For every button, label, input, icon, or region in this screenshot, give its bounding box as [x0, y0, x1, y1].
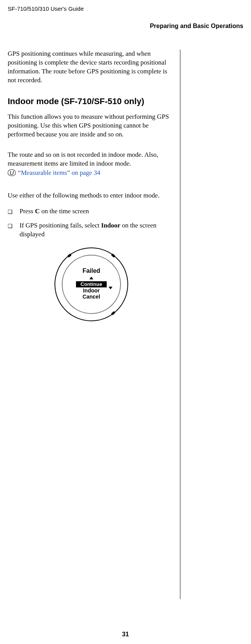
- xref-link[interactable]: “Measurable items” on page 34: [18, 169, 100, 178]
- xref-icon: U: [8, 169, 16, 176]
- list1-pre: Press: [20, 207, 35, 215]
- doc-section-title: Preparing and Basic Operations: [8, 23, 243, 30]
- screen-title: Failed: [82, 267, 100, 274]
- screen-option-continue: Continue: [80, 281, 102, 287]
- device-illustration: Failed Continue Indoor Cancel: [53, 246, 130, 323]
- bullet-icon: ❏: [8, 208, 13, 216]
- list-item-2: ❏ If GPS positioning fails, select Indoo…: [8, 221, 175, 239]
- left-column: GPS positioning continues while measurin…: [8, 50, 180, 599]
- indoor-para-1: This function allows you to measure with…: [8, 113, 175, 139]
- list2-key: Indoor: [101, 222, 120, 229]
- indoor-mode-heading: Indoor mode (SF-710/SF-510 only): [8, 96, 175, 106]
- intro-paragraph: GPS positioning continues while measurin…: [8, 50, 175, 85]
- screen-option-indoor: Indoor: [83, 287, 100, 294]
- list1-post: on the time screen: [40, 207, 89, 215]
- list2-pre: If GPS positioning fails, select: [20, 222, 101, 229]
- indoor-para-2: The route and so on is not recorded in i…: [8, 151, 158, 167]
- method-intro: Use either of the following methods to e…: [8, 191, 175, 200]
- bullet-icon: ❏: [8, 222, 13, 230]
- list-item-1: ❏ Press C on the time screen: [8, 207, 175, 216]
- list1-key: C: [35, 207, 40, 215]
- page-number: 31: [0, 631, 251, 638]
- screen-option-cancel: Cancel: [83, 294, 100, 300]
- doc-model-guide: SF-710/510/310 User's Guide: [8, 5, 243, 12]
